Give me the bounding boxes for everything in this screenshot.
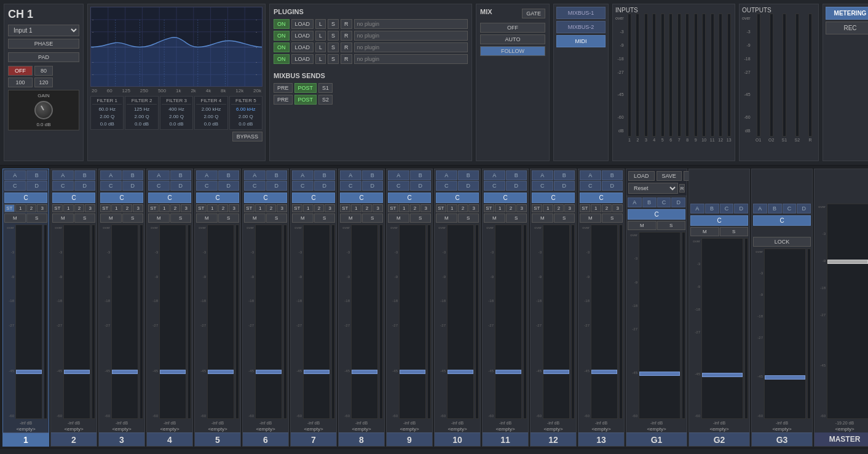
ch1-1-btn[interactable]: 1 [15, 204, 26, 212]
g1-fader[interactable] [639, 372, 680, 376]
g2-a-btn[interactable]: A [690, 204, 704, 213]
ch12-2-btn[interactable]: 2 [554, 204, 564, 212]
g1-preset-select[interactable]: Reset [628, 183, 678, 194]
follow-mix-button[interactable]: FOLLOW [480, 46, 545, 56]
ch10-number[interactable]: 10 [435, 432, 480, 446]
ch13-fader[interactable] [591, 370, 617, 374]
plugin-l-2[interactable]: L [315, 31, 326, 41]
ch11-c-main[interactable]: C [484, 193, 527, 203]
ch7-1-btn[interactable]: 1 [303, 204, 314, 212]
ch1-c-main[interactable]: C [4, 193, 47, 203]
ch3-st-btn[interactable]: ST [100, 204, 111, 212]
g3-c-btn[interactable]: C [783, 204, 797, 213]
val2[interactable]: 100 [8, 78, 33, 87]
ch11-3-btn[interactable]: 3 [516, 204, 527, 212]
ch11-1-btn[interactable]: 1 [495, 204, 505, 212]
g1-save-btn[interactable]: SAVE [657, 171, 682, 181]
ch5-1-btn[interactable]: 1 [207, 204, 218, 212]
ch10-1-btn[interactable]: 1 [447, 204, 457, 212]
ch3-d-btn[interactable]: D [122, 181, 144, 191]
ch11-c-btn[interactable]: C [484, 181, 505, 191]
ch12-number[interactable]: 12 [531, 432, 576, 446]
plugin-r-3[interactable]: R [341, 42, 352, 52]
ch13-d-btn[interactable]: D [602, 181, 623, 191]
ch11-d-btn[interactable]: D [506, 181, 527, 191]
ch6-c-main[interactable]: C [244, 193, 287, 203]
ch1-2-btn[interactable]: 2 [26, 204, 37, 212]
ch8-m-btn[interactable]: M [340, 213, 361, 223]
ch2-m-btn[interactable]: M [52, 213, 74, 223]
pre-btn-2[interactable]: PRE [274, 95, 293, 105]
ch8-c-btn[interactable]: C [340, 181, 361, 191]
ch12-st-btn[interactable]: ST [532, 204, 542, 212]
ch3-a-btn[interactable]: A [100, 170, 122, 180]
ch6-2-btn[interactable]: 2 [266, 204, 277, 212]
plugin-on-3[interactable]: ON [274, 42, 290, 52]
ch4-d-btn[interactable]: D [170, 181, 192, 191]
ch10-b-btn[interactable]: B [458, 170, 479, 180]
ch4-a-btn[interactable]: A [148, 170, 170, 180]
bypass-button[interactable]: BYPASS [232, 132, 262, 141]
ch6-fader[interactable] [256, 370, 282, 374]
ch13-number[interactable]: 13 [578, 432, 624, 446]
ch2-1-btn[interactable]: 1 [63, 204, 74, 212]
plugin-on-1[interactable]: ON [274, 19, 290, 29]
post-btn-1[interactable]: POST [294, 83, 317, 93]
plugin-s-2[interactable]: S [328, 31, 339, 41]
ch4-s-btn[interactable]: S [170, 213, 192, 223]
ch3-fader[interactable] [112, 370, 138, 374]
ch12-c-btn[interactable]: C [532, 181, 553, 191]
ch2-3-btn[interactable]: 3 [85, 204, 95, 212]
s2-btn[interactable]: S2 [318, 95, 333, 105]
ch10-fader[interactable] [448, 370, 473, 374]
ch7-c-btn[interactable]: C [292, 181, 314, 191]
ch8-s-btn[interactable]: S [362, 213, 384, 223]
ch1-s-btn[interactable]: S [26, 213, 48, 223]
ch11-s-btn[interactable]: S [506, 213, 527, 223]
ch10-3-btn[interactable]: 3 [468, 204, 479, 212]
pre-btn-1[interactable]: PRE [274, 83, 293, 93]
ch2-d-btn[interactable]: D [74, 181, 96, 191]
ch2-number[interactable]: 2 [51, 432, 97, 446]
ch5-c-btn[interactable]: C [196, 181, 218, 191]
ch6-b-btn[interactable]: B [266, 170, 288, 180]
ch12-m-btn[interactable]: M [532, 213, 553, 223]
plugin-l-1[interactable]: L [315, 19, 326, 29]
metering-button[interactable]: METERING [826, 7, 868, 20]
ch1-st-btn[interactable]: ST [4, 204, 15, 212]
ch11-number[interactable]: 11 [483, 432, 528, 446]
ch6-number[interactable]: 6 [243, 432, 288, 446]
ch9-number[interactable]: 9 [387, 432, 432, 446]
g2-c-main[interactable]: C [690, 215, 748, 226]
ch12-d-btn[interactable]: D [554, 181, 575, 191]
ch8-d-btn[interactable]: D [362, 181, 384, 191]
ch12-1-btn[interactable]: 1 [543, 204, 553, 212]
ch11-2-btn[interactable]: 2 [506, 204, 516, 212]
ch8-fader[interactable] [352, 370, 377, 374]
plugin-s-1[interactable]: S [328, 19, 339, 29]
ch7-m-btn[interactable]: M [292, 213, 314, 223]
ch2-fader[interactable] [64, 370, 90, 374]
ch11-b-btn[interactable]: B [506, 170, 527, 180]
ch12-s-btn[interactable]: S [554, 213, 575, 223]
ch5-b-btn[interactable]: B [218, 170, 240, 180]
ch10-2-btn[interactable]: 2 [458, 204, 468, 212]
ch6-3-btn[interactable]: 3 [277, 204, 287, 212]
ch10-st-btn[interactable]: ST [436, 204, 446, 212]
ch8-a-btn[interactable]: A [340, 170, 361, 180]
plugin-on-2[interactable]: ON [274, 31, 290, 41]
g2-b-btn[interactable]: B [705, 204, 719, 213]
plugin-l-3[interactable]: L [315, 42, 326, 52]
val1[interactable]: 80 [34, 66, 53, 76]
ch9-b-btn[interactable]: B [410, 170, 432, 180]
ch7-number[interactable]: 7 [291, 432, 336, 446]
plugin-s-4[interactable]: S [328, 54, 339, 64]
master-fader[interactable] [827, 260, 868, 264]
ch6-st-btn[interactable]: ST [244, 204, 254, 212]
ch9-fader[interactable] [400, 370, 425, 374]
rec-button[interactable]: REC [826, 22, 868, 34]
ch4-c-btn[interactable]: C [148, 181, 170, 191]
ch12-c-main[interactable]: C [532, 193, 575, 203]
plugin-load-3[interactable]: LOAD [291, 42, 314, 52]
eq-display[interactable]: - - - - - - - - - - [90, 7, 262, 87]
